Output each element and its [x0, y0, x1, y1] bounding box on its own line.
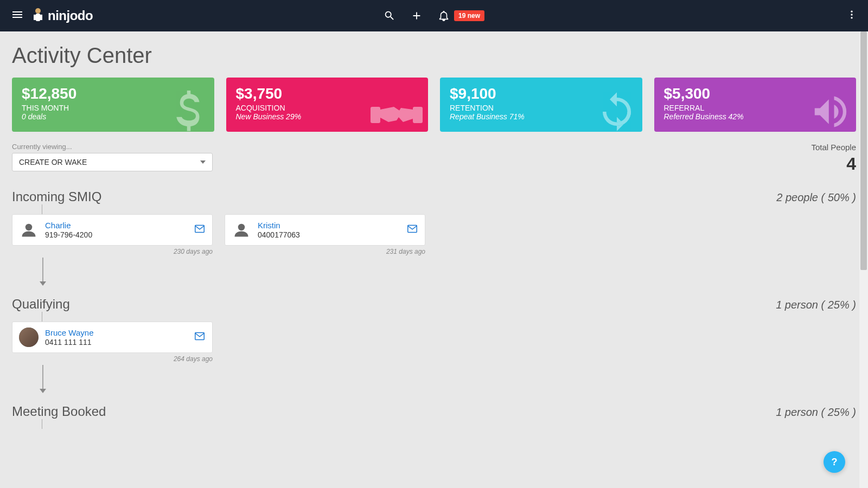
- contact-name[interactable]: Kristin: [258, 221, 400, 230]
- svg-point-0: [35, 8, 41, 14]
- pipeline-select[interactable]: CREATE OR WAKE: [12, 153, 213, 171]
- email-button[interactable]: [406, 223, 418, 237]
- stage-qualifying: Qualifying 1 person ( 25% ) Bruce Wayne …: [12, 297, 856, 396]
- menu-button[interactable]: [7, 4, 28, 28]
- contact-name[interactable]: Bruce Wayne: [45, 328, 187, 337]
- connector-line: [42, 204, 42, 214]
- stage-title: Qualifying: [12, 297, 70, 312]
- stage-count: 2 people ( 50% ): [776, 191, 856, 204]
- notification-badge: 19 new: [454, 10, 484, 21]
- stage-count: 1 person ( 25% ): [776, 406, 856, 419]
- refresh-icon: [596, 91, 638, 132]
- add-button[interactable]: [411, 10, 423, 22]
- hamburger-icon: [11, 8, 24, 21]
- page-title: Activity Center: [12, 43, 856, 68]
- bell-button[interactable]: [438, 10, 450, 22]
- search-button[interactable]: [384, 10, 395, 22]
- viewing-label: Currently viewing...: [12, 143, 213, 151]
- svg-rect-8: [413, 107, 423, 123]
- more-button[interactable]: [842, 5, 861, 27]
- avatar: [19, 328, 39, 347]
- help-button[interactable]: ?: [824, 451, 845, 473]
- main-content: Activity Center $12,850 THIS MONTH 0 dea…: [0, 31, 868, 488]
- viewing-row: Currently viewing... CREATE OR WAKE Tota…: [12, 143, 856, 174]
- contact-card[interactable]: Bruce Wayne 0411 111 111: [12, 322, 213, 353]
- contact-card[interactable]: Kristin 0400177063: [225, 214, 425, 246]
- svg-rect-3: [40, 15, 42, 20]
- svg-point-4: [851, 11, 852, 12]
- more-vertical-icon: [846, 9, 857, 20]
- stage-incoming: Incoming SMIQ 2 people ( 50% ) Charlie 9…: [12, 189, 856, 289]
- contact-card[interactable]: Charlie 919-796-4200: [12, 214, 213, 246]
- logo-text: ninjodo: [48, 8, 93, 23]
- svg-point-11: [238, 224, 245, 231]
- stage-meeting-booked: Meeting Booked 1 person ( 25% ): [12, 404, 856, 429]
- stage-title: Meeting Booked: [12, 404, 106, 419]
- svg-point-9: [25, 224, 33, 231]
- contact-name[interactable]: Charlie: [45, 221, 187, 230]
- svg-rect-7: [371, 107, 380, 123]
- notifications[interactable]: 19 new: [438, 10, 484, 22]
- header-center: 19 new: [384, 10, 484, 22]
- avatar: [232, 220, 251, 240]
- dollar-icon: [168, 91, 210, 132]
- connector-line: [42, 419, 42, 429]
- svg-rect-2: [34, 15, 36, 20]
- email-button[interactable]: [194, 330, 206, 344]
- contact-phone: 919-796-4200: [45, 230, 187, 239]
- stage-count: 1 person ( 25% ): [776, 299, 856, 311]
- days-ago: 231 days ago: [225, 248, 425, 255]
- stage-title: Incoming SMIQ: [12, 189, 101, 204]
- logo-icon: [30, 7, 46, 25]
- stat-cards-row: $12,850 THIS MONTH 0 deals $3,750 ACQUIS…: [12, 78, 856, 132]
- stat-card-this-month[interactable]: $12,850 THIS MONTH 0 deals: [12, 78, 214, 132]
- email-button[interactable]: [194, 223, 206, 237]
- handshake-icon: [369, 96, 424, 132]
- avatar: [19, 220, 39, 240]
- svg-point-5: [851, 14, 852, 15]
- app-header: ninjodo 19 new: [0, 0, 868, 31]
- select-value: CREATE OR WAKE: [19, 158, 87, 166]
- days-ago: 264 days ago: [12, 355, 213, 363]
- contact-phone: 0400177063: [258, 230, 400, 239]
- scrollbar[interactable]: [859, 31, 868, 488]
- stat-card-referral[interactable]: $5,300 REFERRAL Referred Business 42%: [654, 78, 857, 132]
- svg-point-6: [851, 17, 852, 18]
- logo[interactable]: ninjodo: [30, 7, 93, 25]
- help-icon: ?: [832, 457, 838, 468]
- search-icon: [384, 10, 395, 22]
- total-people-value: 4: [811, 154, 856, 174]
- total-people-label: Total People: [811, 143, 856, 152]
- arrow-down-icon: [38, 365, 856, 396]
- bell-icon: [438, 10, 450, 22]
- chevron-down-icon: [200, 159, 206, 165]
- days-ago: 230 days ago: [12, 248, 213, 255]
- stat-card-acquisition[interactable]: $3,750 ACQUISITION New Business 29%: [226, 78, 429, 132]
- megaphone-icon: [809, 91, 852, 132]
- scrollbar-thumb[interactable]: [860, 31, 867, 270]
- svg-rect-1: [36, 14, 40, 21]
- stat-card-retention[interactable]: $9,100 RETENTION Repeat Business 71%: [440, 78, 642, 132]
- plus-icon: [411, 10, 423, 22]
- arrow-down-icon: [38, 258, 856, 289]
- connector-line: [42, 312, 42, 322]
- contact-phone: 0411 111 111: [45, 338, 187, 346]
